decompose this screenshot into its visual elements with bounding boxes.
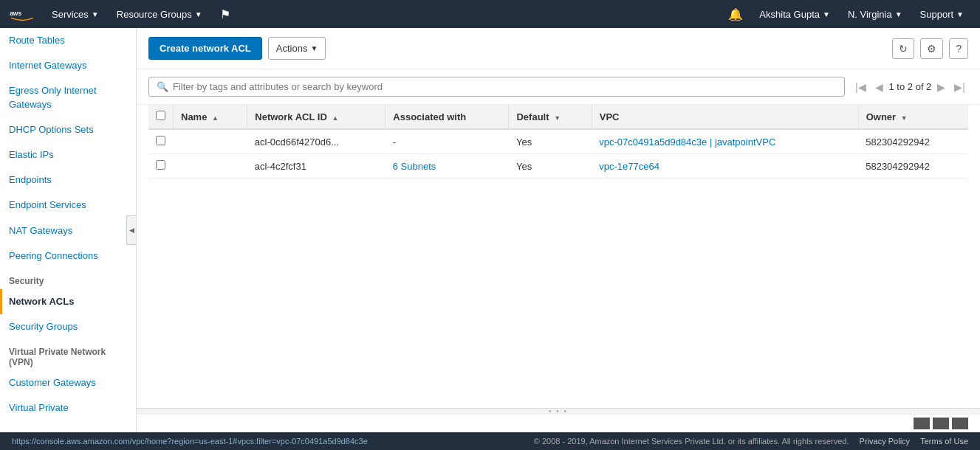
search-icon: 🔍 (157, 81, 168, 92)
content-area: Create network ACL Actions ▼ ↻ ⚙ ? 🔍 |◀ … (137, 28, 980, 432)
row2-owner: 582304292942 (858, 154, 968, 179)
pagination: |◀ ◀ 1 to 2 of 2 ▶ ▶| (852, 80, 968, 94)
table-row: acl-0cd66f4270d6... - Yes vpc-07c0491a5d… (148, 129, 968, 154)
main-layout: ◀ Route Tables Internet Gateways Egress … (0, 28, 980, 432)
resource-groups-nav[interactable]: Resource Groups ▼ (109, 4, 210, 24)
sidebar-item-route-tables[interactable]: Route Tables (0, 28, 136, 53)
services-chevron-icon: ▼ (92, 10, 99, 18)
select-all-header[interactable] (148, 105, 174, 129)
row2-checkbox[interactable] (156, 160, 165, 170)
th-associated-with[interactable]: Associated with (386, 105, 509, 129)
pin-icon-btn[interactable]: ⚑ (213, 3, 238, 26)
sidebar-item-virtual-private[interactable]: Virtual Private (0, 395, 136, 420)
row1-checkbox-cell[interactable] (148, 129, 174, 154)
pagination-text: 1 to 2 of 2 (889, 81, 932, 92)
actions-button[interactable]: Actions ▼ (268, 37, 326, 60)
sidebar-item-endpoint-services[interactable]: Endpoint Services (0, 193, 136, 218)
row1-associated-with: - (386, 129, 509, 154)
search-input-wrap: 🔍 (148, 77, 845, 97)
sidebar-item-customer-gateways[interactable]: Customer Gateways (0, 370, 136, 395)
th-vpc[interactable]: VPC (592, 105, 858, 129)
bottom-panel (137, 414, 980, 432)
svg-text:aws: aws (10, 10, 21, 17)
sidebar: ◀ Route Tables Internet Gateways Egress … (0, 28, 137, 432)
panel-icon-1[interactable] (914, 418, 930, 429)
pagination-first-btn[interactable]: |◀ (852, 80, 869, 94)
default-sort-icon: ▼ (554, 114, 561, 122)
sidebar-item-dhcp-options-sets[interactable]: DHCP Options Sets (0, 117, 136, 142)
sidebar-item-internet-gateways[interactable]: Internet Gateways (0, 53, 136, 78)
owner-sort-icon: ▼ (901, 114, 908, 122)
row1-network-acl-id: acl-0cd66f4270d6... (247, 129, 386, 154)
row2-default: Yes (509, 154, 592, 179)
region-chevron-icon: ▼ (895, 10, 902, 18)
th-network-acl-id[interactable]: Network ACL ID ▲ (247, 105, 386, 129)
row2-vpc[interactable]: vpc-1e77ce64 (592, 154, 858, 179)
th-owner[interactable]: Owner ▼ (858, 105, 968, 129)
aws-logo[interactable]: aws (9, 5, 35, 23)
sidebar-collapse-btn[interactable]: ◀ (126, 215, 137, 245)
name-sort-icon: ▲ (212, 114, 219, 122)
services-nav[interactable]: Services ▼ (44, 4, 106, 24)
footer-copyright: © 2008 - 2019, Amazon Internet Services … (534, 437, 849, 446)
user-menu[interactable]: Akshita Gupta ▼ (752, 4, 837, 24)
create-network-acl-button[interactable]: Create network ACL (148, 37, 262, 60)
row1-checkbox[interactable] (156, 136, 165, 145)
support-chevron-icon: ▼ (956, 10, 964, 18)
region-menu[interactable]: N. Virginia ▼ (840, 4, 910, 24)
notification-bell-icon[interactable]: 🔔 (722, 3, 749, 26)
actions-chevron-icon: ▼ (310, 44, 318, 52)
pagination-next-btn[interactable]: ▶ (934, 80, 948, 94)
panel-icon-3[interactable] (952, 418, 968, 429)
select-all-checkbox[interactable] (156, 111, 165, 120)
network-acl-id-sort-icon: ▲ (332, 114, 338, 122)
table-row: acl-4c2fcf31 6 Subnets Yes vpc-1e77ce64 … (148, 154, 968, 179)
nav-right: 🔔 Akshita Gupta ▼ N. Virginia ▼ Support … (722, 3, 971, 26)
top-navigation: aws Services ▼ Resource Groups ▼ ⚑ 🔔 Aks… (0, 0, 980, 28)
pagination-last-btn[interactable]: ▶| (951, 80, 968, 94)
row2-checkbox-cell[interactable] (148, 154, 174, 179)
table-header-row: Name ▲ Network ACL ID ▲ Associated with … (148, 105, 968, 129)
sidebar-item-nat-gateways[interactable]: NAT Gateways (0, 218, 136, 243)
footer: https://console.aws.amazon.com/vpc/home?… (0, 432, 980, 450)
security-section-header: Security (0, 269, 136, 289)
panel-icon-2[interactable] (933, 418, 949, 429)
row2-associated-link[interactable]: 6 Subnets (393, 161, 436, 172)
th-name[interactable]: Name ▲ (174, 105, 247, 129)
table-wrap: Name ▲ Network ACL ID ▲ Associated with … (137, 105, 980, 408)
row1-name (174, 129, 247, 154)
row2-associated-with[interactable]: 6 Subnets (386, 154, 509, 179)
search-input[interactable] (173, 81, 837, 92)
row1-vpc[interactable]: vpc-07c0491a5d9d84c3e | javatpointVPC (592, 129, 858, 154)
status-bar-url: https://console.aws.amazon.com/vpc/home?… (12, 437, 368, 446)
sidebar-item-endpoints[interactable]: Endpoints (0, 167, 136, 193)
row2-name (174, 154, 247, 179)
sidebar-item-peering-connections[interactable]: Peering Connections (0, 243, 136, 269)
search-bar: 🔍 |◀ ◀ 1 to 2 of 2 ▶ ▶| (137, 69, 980, 105)
sidebar-item-network-acls[interactable]: Network ACLs (0, 289, 136, 314)
help-button[interactable]: ? (949, 38, 968, 59)
resource-groups-chevron-icon: ▼ (195, 10, 202, 18)
support-menu[interactable]: Support ▼ (913, 4, 971, 24)
row1-vpc-link[interactable]: vpc-07c0491a5d9d84c3e | javatpointVPC (599, 136, 775, 148)
row2-network-acl-id: acl-4c2fcf31 (247, 154, 386, 179)
row1-default: Yes (509, 129, 592, 154)
th-default[interactable]: Default ▼ (509, 105, 592, 129)
content-toolbar: Create network ACL Actions ▼ ↻ ⚙ ? (137, 28, 980, 69)
terms-of-use-link[interactable]: Terms of Use (920, 437, 968, 446)
panel-resizer[interactable]: • • • (137, 408, 980, 414)
vpn-section-header: Virtual Private Network (VPN) (0, 339, 136, 370)
network-acls-table: Name ▲ Network ACL ID ▲ Associated with … (148, 105, 968, 179)
sidebar-item-elastic-ips[interactable]: Elastic IPs (0, 142, 136, 167)
user-chevron-icon: ▼ (823, 10, 830, 18)
refresh-button[interactable]: ↻ (892, 38, 914, 59)
pagination-prev-btn[interactable]: ◀ (872, 80, 886, 94)
sidebar-item-security-groups[interactable]: Security Groups (0, 314, 136, 339)
settings-button[interactable]: ⚙ (920, 38, 943, 59)
row1-owner: 582304292942 (858, 129, 968, 154)
row2-vpc-link[interactable]: vpc-1e77ce64 (599, 161, 659, 172)
privacy-policy-link[interactable]: Privacy Policy (860, 437, 910, 446)
sidebar-item-egress-only-internet-gateways[interactable]: Egress Only Internet Gateways (0, 78, 136, 117)
